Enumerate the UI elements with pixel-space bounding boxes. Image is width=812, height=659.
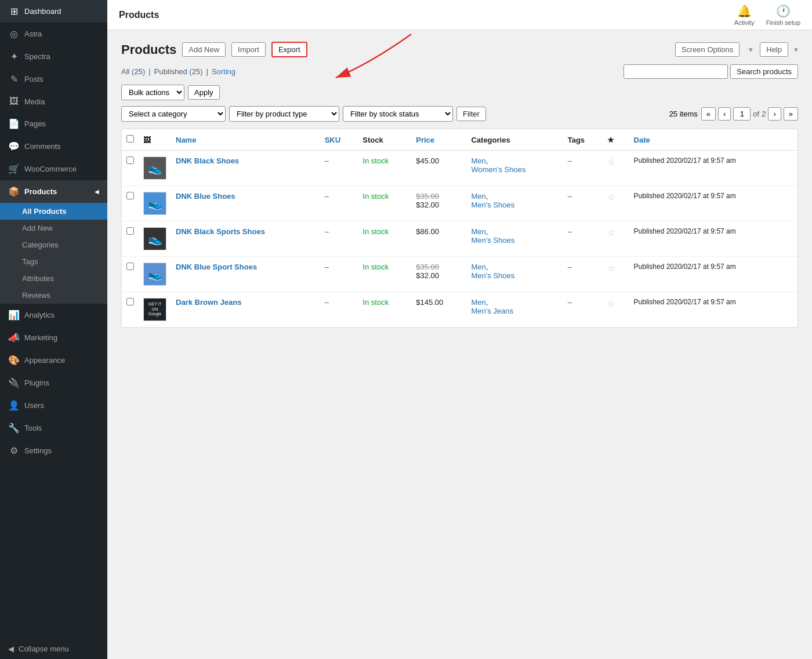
category-link[interactable]: Men [471,192,485,201]
export-button[interactable]: Export [271,42,307,57]
sidebar-item-plugins[interactable]: 🔌 Plugins [0,372,107,394]
export-button-wrapper: Export [271,42,307,57]
category-link[interactable]: Women's Shoes [471,165,525,174]
comments-icon: 💬 [8,141,20,152]
add-new-button[interactable]: Add New [182,42,226,57]
th-name[interactable]: Name [171,129,320,151]
activity-button[interactable]: 🔔 Activity [734,4,755,26]
sidebar-item-comments[interactable]: 💬 Comments [0,135,107,158]
sidebar-item-appearance[interactable]: 🎨 Appearance [0,349,107,372]
settings-icon: ⚙ [8,445,20,456]
product-type-filter[interactable]: Filter by product type [229,106,339,122]
all-filter-link[interactable]: All (25) [121,67,145,76]
sidebar-item-posts[interactable]: ✎ Posts [0,68,107,90]
astra-icon: ◎ [8,28,20,39]
sidebar-item-settings[interactable]: ⚙ Settings [0,439,107,462]
product-name-link[interactable]: DNK Black Sports Shoes [176,227,265,236]
tools-icon: 🔧 [8,423,20,434]
product-sku: – [320,186,358,221]
product-name-link[interactable]: DNK Blue Sport Shoes [176,263,257,271]
th-price[interactable]: Price [411,129,466,151]
product-thumbnail: 👟 [143,227,166,250]
sorting-filter-link[interactable]: Sorting [212,67,235,76]
apply-button[interactable]: Apply [188,85,220,100]
sidebar-item-label: Settings [24,446,52,455]
sidebar-item-spectra[interactable]: ✦ Spectra [0,45,107,68]
collapse-menu-button[interactable]: ◀ Collapse menu [0,639,107,659]
th-date[interactable]: Date [629,129,798,151]
screen-options-button[interactable]: Screen Options [675,42,740,57]
category-link[interactable]: Men's Shoes [471,236,514,245]
sidebar-item-marketing[interactable]: 📣 Marketing [0,326,107,349]
product-name-link[interactable]: DNK Black Shoes [176,156,239,165]
featured-star[interactable]: ☆ [607,263,615,273]
category-link[interactable]: Men's Shoes [471,271,514,280]
image-icon: 🖼 [143,136,151,144]
sidebar-submenu-attributes[interactable]: Attributes [0,270,107,287]
featured-star[interactable]: ☆ [607,157,615,167]
search-products-button[interactable]: Search products [730,64,798,79]
import-button[interactable]: Import [231,42,266,57]
total-pages: 2 [762,110,766,118]
last-page-button[interactable]: » [784,107,798,121]
category-select[interactable]: Select a category [121,106,226,122]
sidebar-submenu-add-new[interactable]: Add New [0,220,107,236]
product-thumbnail: 👟 [143,263,166,286]
sidebar-item-users[interactable]: 👤 Users [0,394,107,417]
sidebar-item-woocommerce[interactable]: 🛒 WooCommerce [0,158,107,180]
table-row: 👟DNK Black Shoes–In stock$45.00Men,Women… [122,151,798,186]
sidebar-item-dashboard[interactable]: ⊞ Dashboard [0,0,107,23]
product-date: Published 2020/02/17 at 9:57 am [629,257,798,292]
row-checkbox[interactable] [126,298,134,305]
sidebar-item-tools[interactable]: 🔧 Tools [0,417,107,439]
category-link[interactable]: Men's Jeans [471,307,513,315]
row-checkbox[interactable] [126,192,134,199]
published-filter-link[interactable]: Published (25) [154,67,203,76]
select-all-checkbox[interactable] [126,135,134,143]
help-button[interactable]: Help [760,42,788,57]
category-link[interactable]: Men [471,156,485,165]
marketing-icon: 📣 [8,332,20,343]
finish-setup-button[interactable]: 🕐 Finish setup [766,4,800,26]
row-checkbox[interactable] [126,156,134,164]
row-checkbox[interactable] [126,263,134,270]
sidebar-item-pages[interactable]: 📄 Pages [0,112,107,135]
featured-star[interactable]: ☆ [607,228,615,238]
sidebar-submenu-categories[interactable]: Categories [0,236,107,253]
next-page-button[interactable]: › [768,107,781,121]
stock-status-filter[interactable]: Filter by stock status [343,106,453,122]
collapse-icon: ◀ [8,645,14,653]
th-sku[interactable]: SKU [320,129,358,151]
products-submenu: All Products Add New Categories Tags Att… [0,203,107,304]
category-link[interactable]: Men's Shoes [471,201,514,209]
first-page-button[interactable]: « [701,107,716,121]
sidebar-item-astra[interactable]: ◎ Astra [0,23,107,45]
filter-button[interactable]: Filter [456,107,486,121]
page-input[interactable] [733,107,751,121]
sidebar-item-label: Tools [24,424,42,432]
category-link[interactable]: Men [471,263,485,271]
prev-page-button[interactable]: ‹ [718,107,731,121]
product-name-link[interactable]: Dark Brown Jeans [176,298,241,307]
sidebar-item-media[interactable]: 🖼 Media [0,90,107,112]
product-date: Published 2020/02/17 at 9:57 am [629,186,798,221]
category-link[interactable]: Men [471,298,485,307]
sidebar-submenu-all-products[interactable]: All Products [0,203,107,220]
sidebar-item-analytics[interactable]: 📊 Analytics [0,304,107,326]
product-name-link[interactable]: DNK Blue Shoes [176,192,235,201]
product-stock: In stock [358,151,411,186]
row-checkbox[interactable] [126,227,134,235]
sidebar-submenu-reviews[interactable]: Reviews [0,287,107,304]
featured-star[interactable]: ☆ [607,298,615,308]
product-tags: – [563,257,603,292]
category-link[interactable]: Men [471,227,485,236]
sidebar-submenu-tags[interactable]: Tags [0,253,107,270]
product-price: $45.00 [411,151,466,186]
sidebar-item-label: Dashboard [24,7,61,16]
sidebar-item-products[interactable]: 📦 Products ◀ [0,180,107,203]
dashboard-icon: ⊞ [8,6,20,17]
search-box: Search products [624,64,798,79]
search-input[interactable] [624,64,728,79]
bulk-actions-dropdown[interactable]: Bulk actions [121,85,184,100]
featured-star[interactable]: ☆ [607,192,615,202]
